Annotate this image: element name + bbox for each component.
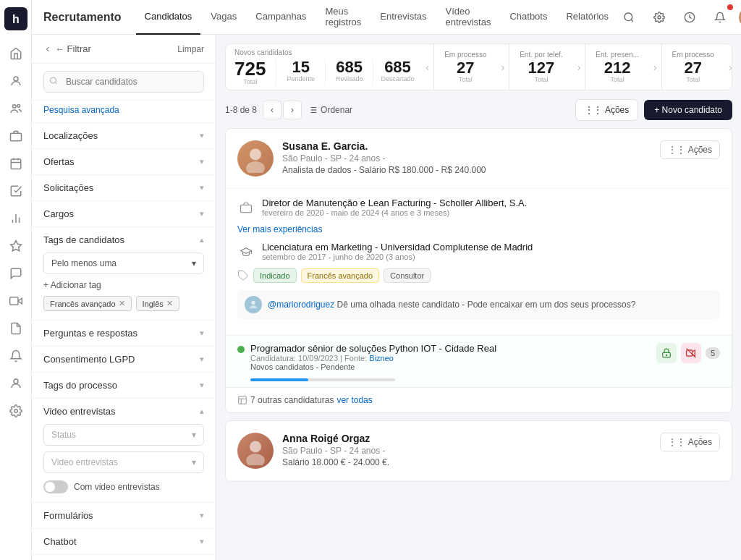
other-apps-link[interactable]: ver todas — [336, 395, 372, 405]
sidebar-nav-settings[interactable] — [4, 399, 27, 423]
nav-chatbots[interactable]: Chatbots — [501, 0, 556, 35]
video-status-placeholder: Status — [51, 430, 76, 440]
svg-marker-13 — [10, 241, 21, 251]
tag-chip-ingles-remove[interactable]: ✕ — [166, 299, 173, 308]
sidebar-nav-user[interactable] — [4, 372, 27, 395]
app-logo[interactable]: h — [4, 7, 27, 30]
video-type-select[interactable]: Video entrevistas ▾ — [43, 451, 204, 473]
notifications-button[interactable] — [708, 6, 732, 29]
filter-clear-button[interactable]: Limpar — [177, 44, 204, 54]
filter-section-video-label: Video entrevistas — [43, 406, 116, 417]
svg-rect-6 — [11, 159, 21, 169]
filter-section-status-contratacao-header[interactable]: Status de contratação ▾ — [32, 555, 216, 560]
exp-work-date: fevereiro de 2020 - maio de 2024 (4 anos… — [262, 208, 527, 217]
stats-ent-presen-nav[interactable]: › — [649, 48, 661, 85]
video-toggle[interactable] — [43, 480, 68, 493]
filter-section-lgpd-header[interactable]: Consentimento LGPD ▾ — [32, 347, 216, 372]
video-status-select[interactable]: Status ▾ — [43, 424, 204, 446]
filter-section-formularios-header[interactable]: Formulários ▾ — [32, 503, 216, 528]
app-icon-robot[interactable] — [656, 343, 677, 363]
tag-consultor[interactable]: Consultor — [384, 268, 431, 283]
nav-candidatos[interactable]: Candidatos — [136, 0, 201, 35]
pagination-info: 1-8 de 8 — [225, 105, 257, 115]
chevron-down-icon-12: ▾ — [200, 537, 204, 546]
stats-ent-presen-total: 212 — [604, 60, 631, 76]
sidebar-nav-chat[interactable] — [4, 262, 27, 285]
stats-novos-prev[interactable]: ‹ — [422, 44, 434, 90]
stats-novos-label: Novos candidatos — [234, 48, 422, 56]
sidebar-nav-calendar[interactable] — [4, 152, 27, 175]
filter-section-video-header[interactable]: Video entrevistas ▴ — [32, 399, 216, 424]
sidebar-nav-document[interactable] — [4, 317, 27, 340]
tag-frances[interactable]: Francês avançado — [301, 268, 380, 283]
sort-button[interactable]: Ordenar — [308, 105, 352, 115]
search-box — [32, 64, 216, 101]
filter-section-tags-header[interactable]: Tags de candidatos ▴ — [32, 227, 216, 253]
search-input[interactable] — [43, 71, 204, 93]
sidebar-nav-briefcase[interactable] — [4, 124, 27, 148]
stats-ent-telef-label: Ent. por telef. — [520, 51, 562, 59]
sidebar-nav-video[interactable] — [4, 289, 27, 313]
filter-section-chatbot: Chatbot ▾ — [32, 528, 216, 554]
nav-video-entrevistas[interactable]: Vídeo entrevistas — [437, 0, 500, 35]
tag-chip-ingles[interactable]: Inglês ✕ — [136, 296, 179, 311]
add-tag-button[interactable]: + Adicionar tag — [43, 280, 204, 290]
tag-chip-ingles-label: Inglês — [143, 300, 164, 308]
app-badge-count: 5 — [706, 347, 720, 359]
sidebar-nav-bell[interactable] — [4, 344, 27, 368]
sidebar-nav-group[interactable] — [4, 97, 27, 120]
nav-items: Candidatos Vagas Campanhas Meus registro… — [136, 0, 617, 35]
nav-meus-registros[interactable]: Meus registros — [316, 0, 370, 35]
filter-section-solicitacoes-header[interactable]: Solicitações ▾ — [32, 175, 216, 200]
search-button[interactable] — [617, 6, 640, 29]
sidebar-nav-check[interactable] — [4, 179, 27, 203]
filter-section-cargos-header[interactable]: Cargos ▾ — [32, 201, 216, 226]
sidebar-nav-star[interactable] — [4, 234, 27, 258]
filter-section-tags-processo-header[interactable]: Tags do processo ▾ — [32, 373, 216, 398]
tag-selector-dropdown[interactable]: Pelo menos uma ▾ — [43, 253, 204, 274]
filter-section-video: Video entrevistas ▴ Status ▾ Video entre… — [32, 398, 216, 502]
filter-section-localizacoes-header[interactable]: Localizações ▾ — [32, 123, 216, 148]
pagination-next[interactable]: › — [283, 101, 302, 119]
tag-chip-frances[interactable]: Francês avançado ✕ — [43, 296, 132, 311]
app-icon-video-off[interactable] — [681, 343, 701, 363]
advanced-search-link[interactable]: Pesquisa avançada — [32, 101, 216, 122]
filter-section-perguntas-header[interactable]: Perguntas e respostas ▾ — [32, 321, 216, 346]
stats-ent-telef-nav[interactable]: › — [573, 48, 585, 85]
chevron-down-icon-11: ▾ — [200, 511, 204, 520]
sidebar-nav-home[interactable] — [4, 42, 27, 65]
candidate-actions-susana[interactable]: ⋮⋮ Ações — [660, 140, 720, 159]
settings-button[interactable] — [648, 6, 671, 29]
candidate-actions-anna[interactable]: ⋮⋮ Ações — [660, 433, 720, 451]
stats-em-processo-nav[interactable]: › — [497, 48, 509, 85]
chevron-down-icon-9: ▾ — [192, 430, 196, 440]
nav-relatorios[interactable]: Relatórios — [557, 0, 617, 35]
filter-section-localizacoes: Localizações ▾ — [32, 122, 216, 148]
svg-line-24 — [55, 82, 56, 84]
see-more-link[interactable]: Ver mais experiências — [237, 224, 720, 234]
stats-novos-total: 725 — [234, 59, 266, 78]
svg-rect-15 — [9, 297, 17, 305]
toolbar-actions-button[interactable]: ⋮⋮ Ações — [575, 99, 638, 121]
tag-chip-frances-remove[interactable]: ✕ — [119, 299, 125, 308]
new-candidate-button[interactable]: + Novo candidato — [644, 100, 732, 120]
nav-vagas[interactable]: Vagas — [202, 0, 245, 35]
clock-button[interactable] — [678, 6, 701, 29]
filter-section-ofertas-header[interactable]: Ofertas ▾ — [32, 149, 216, 174]
svg-point-3 — [12, 105, 16, 109]
comment-mention[interactable]: @mariorodriguez — [268, 300, 334, 310]
video-type-placeholder: Video entrevistas — [51, 457, 118, 467]
tag-indicado[interactable]: Indicado — [253, 268, 297, 283]
sidebar-nav-chart[interactable] — [4, 207, 27, 230]
pagination-prev[interactable]: ‹ — [263, 101, 281, 119]
nav-entrevistas[interactable]: Entrevistas — [371, 0, 435, 35]
filter-section-chatbot-header[interactable]: Chatbot ▾ — [32, 529, 216, 554]
app-stage: Novos candidatos - Pendente — [250, 362, 496, 371]
filter-back-button[interactable]: ← Filtrar — [43, 43, 91, 54]
candidate-card-susana: Susana E. Garcia. São Paulo - SP - 24 an… — [225, 128, 732, 413]
tag-chip-frances-label: Francês avançado — [50, 300, 116, 308]
sidebar-nav-person[interactable] — [4, 69, 27, 93]
experience-work: Diretor de Manutenção e Lean Facturing -… — [237, 198, 720, 217]
stats-em-processo2-nav[interactable]: › — [724, 48, 732, 85]
nav-campanhas[interactable]: Campanhas — [247, 0, 315, 35]
